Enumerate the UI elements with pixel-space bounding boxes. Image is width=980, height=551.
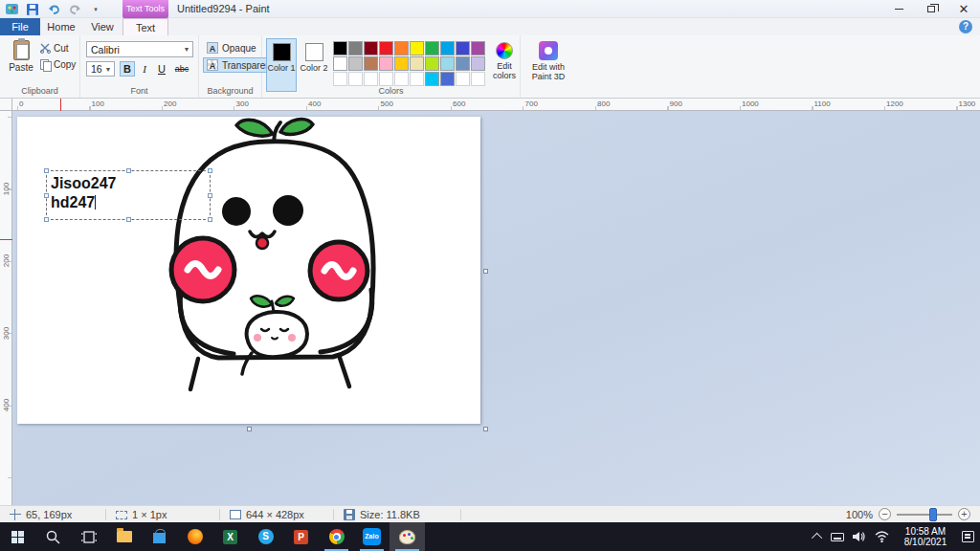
palette-swatch[interactable] [410,72,424,86]
palette-swatch[interactable] [394,72,409,86]
palette-swatch[interactable] [471,41,485,55]
tab-view[interactable]: View [82,18,122,35]
color1-button[interactable]: Color 1 [266,38,297,92]
palette-swatch[interactable] [379,41,393,55]
textbox-handle[interactable] [44,217,49,222]
restore-button[interactable] [915,0,947,18]
firefox-button[interactable] [177,522,212,551]
palette-swatch[interactable] [471,56,485,71]
palette-swatch[interactable] [410,56,424,71]
task-view-button[interactable] [71,522,106,551]
show-hidden-icons-button[interactable] [814,533,822,540]
undo-icon[interactable] [46,2,61,17]
zoom-out-button[interactable]: − [879,508,891,520]
textbox-handle[interactable] [208,168,212,173]
palette-swatch[interactable] [333,41,347,55]
zoom-in-button[interactable]: + [958,508,970,520]
palette-swatch[interactable] [348,56,363,71]
text-caret [95,195,96,209]
minimize-button[interactable] [882,0,915,18]
excel-button[interactable]: X [212,522,248,551]
palette-swatch[interactable] [440,41,455,55]
palette-swatch[interactable] [348,72,363,86]
palette-swatch[interactable] [440,72,455,86]
ribbon-tab-row: File Home View Text ? [0,18,980,35]
palette-swatch[interactable] [394,41,409,55]
help-button[interactable]: ? [959,20,972,33]
palette-swatch[interactable] [364,56,378,71]
font-family-select[interactable]: Calibri ▼ [86,41,193,57]
palette-swatch[interactable] [333,72,347,86]
textbox-handle[interactable] [126,168,131,173]
textbox-handle[interactable] [44,168,49,173]
save-icon[interactable] [25,2,40,17]
palette-swatch[interactable] [348,41,363,55]
italic-button[interactable]: I [137,61,152,77]
palette-swatch[interactable] [456,56,470,71]
volume-button[interactable] [853,531,866,542]
paint-taskbar-button[interactable] [390,522,425,551]
excel-icon: X [223,530,237,544]
palette-swatch[interactable] [364,41,378,55]
zoom-slider[interactable] [897,514,952,516]
underline-button[interactable]: U [154,61,169,77]
microsoft-store-button[interactable] [142,522,177,551]
copy-button[interactable]: Copy [40,57,76,72]
touch-keyboard-button[interactable] [831,533,844,541]
cut-button[interactable]: Cut [40,41,69,55]
font-size-select[interactable]: 16 ▼ [86,61,115,77]
tab-file[interactable]: File [0,18,40,35]
palette-swatch[interactable] [425,41,439,55]
palette-swatch[interactable] [379,72,393,86]
ruler-number: 1100 [814,99,831,108]
strikethrough-button[interactable]: abc [171,61,192,77]
close-button[interactable]: ✕ [947,0,980,18]
textbox-handle[interactable] [126,217,131,222]
edit-colors-button[interactable]: Edit colors [490,38,519,92]
paste-button[interactable]: Paste [4,38,38,84]
canvas-resize-handle-right[interactable] [483,269,488,274]
customize-qat-chevron-icon[interactable]: ▾ [88,2,103,17]
bold-button[interactable]: B [120,61,135,77]
paste-label: Paste [9,62,33,73]
palette-swatch[interactable] [471,72,485,86]
palette-swatch[interactable] [364,72,378,86]
canvas-resize-handle-corner[interactable] [483,427,488,431]
opaque-button[interactable]: A Opaque [203,40,260,55]
canvas-resize-handle-bottom[interactable] [247,427,252,431]
palette-swatch[interactable] [425,56,439,71]
zalo-button[interactable]: Zalo [354,522,390,551]
palette-swatch[interactable] [456,72,470,86]
tab-text[interactable]: Text [122,18,168,35]
color2-button[interactable]: Color 2 [299,38,329,92]
text-box[interactable]: Jisoo247 hd247 [46,170,211,220]
palette-swatch[interactable] [425,72,439,86]
file-explorer-button[interactable] [106,522,142,551]
tab-home[interactable]: Home [40,18,82,35]
network-button[interactable] [875,531,889,542]
action-center-button[interactable] [962,531,974,542]
powerpoint-button[interactable]: P [283,522,319,551]
palette-swatch[interactable] [394,56,409,71]
textbox-handle[interactable] [208,193,212,198]
zoom-slider-thumb[interactable] [929,508,937,521]
redo-icon[interactable] [67,2,82,17]
edit-with-paint3d-button[interactable]: Edit with Paint 3D [524,38,572,94]
palette-swatch[interactable] [379,56,393,71]
firefox-icon [188,529,203,544]
selection-size-value: 1 × 1px [132,509,167,520]
palette-swatch[interactable] [410,41,424,55]
skype-button[interactable]: S [248,522,283,551]
opaque-icon: A [207,42,218,54]
palette-swatch[interactable] [456,41,470,55]
start-button[interactable] [0,522,35,551]
textbox-handle[interactable] [44,193,49,198]
volume-icon [853,531,866,542]
taskbar-clock[interactable]: 10:58 AM 8/10/2021 [898,526,953,547]
textbox-handle[interactable] [208,217,212,222]
palette-swatch[interactable] [333,56,347,71]
chrome-button[interactable] [319,522,354,551]
drawing-canvas[interactable]: Jisoo247 hd247 [17,117,480,424]
palette-swatch[interactable] [440,56,455,71]
search-button[interactable] [35,522,71,551]
